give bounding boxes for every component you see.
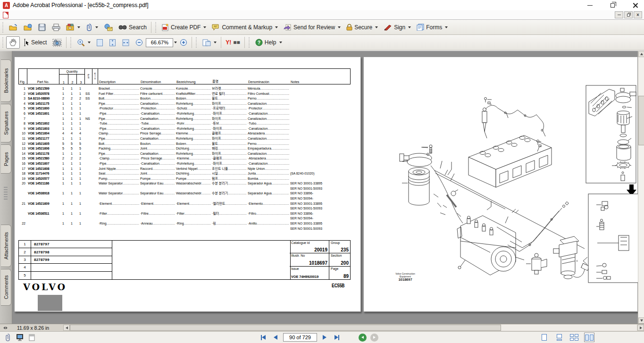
toolbar-grip[interactable] [155, 22, 157, 33]
select-tool-button[interactable]: Select [20, 37, 50, 48]
previous-page-button[interactable] [271, 333, 280, 342]
panel-splitter-handle[interactable] [4, 187, 8, 201]
print-button[interactable] [49, 22, 63, 33]
organizer-button[interactable] [63, 22, 83, 33]
attachments-paperclip-icon[interactable] [5, 333, 11, 342]
menu-item[interactable] [29, 14, 38, 16]
page-number-input[interactable] [283, 333, 317, 342]
doc-restore-button[interactable] [624, 11, 633, 18]
sign-label: Sign [394, 24, 405, 31]
toolbar-grip[interactable] [70, 37, 72, 48]
table-row: VOE 14538918 1 1 1 Water Separator Separ… [18, 191, 351, 201]
hand-tool-button[interactable] [6, 36, 20, 49]
help-button[interactable]: ? Help [252, 37, 285, 48]
acrobat-window: A Adobe Acrobat Professional - [ec55b-2_… [0, 0, 644, 343]
organizer-dropdown-arrow [77, 26, 80, 28]
create-pdf-button[interactable]: Create PDF [159, 22, 209, 33]
scroll-right-button[interactable] [637, 325, 644, 331]
single-page-view-button[interactable] [539, 333, 549, 342]
close-button[interactable] [630, 1, 640, 9]
catalogue-id-label: Catalogue id [291, 241, 309, 244]
tab-attachments[interactable]: Attachments [1, 225, 11, 267]
search-button[interactable]: Search [116, 22, 150, 33]
zoom-level-input[interactable] [146, 38, 173, 47]
menu-item[interactable] [55, 14, 63, 16]
tab-comments[interactable]: Comments [1, 269, 11, 306]
last-page-button[interactable] [332, 333, 342, 342]
horizontal-scrollbar[interactable] [70, 325, 637, 331]
first-page-button[interactable] [259, 333, 268, 342]
vertical-scroll-thumb[interactable] [638, 96, 644, 145]
toolbar-grip[interactable] [195, 37, 198, 48]
statusbar-splitter-icon[interactable] [2, 325, 8, 331]
screen-mode-icon[interactable] [16, 334, 24, 341]
page-value: 89 [343, 274, 349, 279]
send-review-button[interactable]: Send for Review [281, 22, 343, 33]
zoom-out-button[interactable] [133, 37, 146, 48]
email-button[interactable] [101, 22, 116, 33]
vertical-scrollbar[interactable] [638, 51, 644, 324]
select-tool-label: Select [31, 39, 47, 46]
minimize-button[interactable] [585, 1, 595, 9]
table-row: 5 VOE 14521600 1 1 1 ·Protector ·Protect… [18, 106, 351, 111]
save-button[interactable] [35, 22, 49, 33]
yahoo-search-button[interactable]: Y!■■ [223, 37, 243, 48]
continuous-view-button[interactable] [554, 333, 564, 342]
snapshot-tool-button[interactable] [50, 37, 65, 49]
actual-size-button[interactable] [93, 37, 106, 49]
continuous-facing-view-button[interactable] [569, 333, 579, 342]
pdf-document-icon[interactable] [3, 12, 8, 18]
table-row: 7 1 1 1 NS Pipe Canalisation Rohrleitung… [18, 117, 351, 122]
left-page: Fig. Part No. Quantity 1 2 3 P S K I T D… [14, 57, 361, 312]
menu-item[interactable] [63, 14, 72, 16]
catalogue-id-value: 20019 [314, 247, 327, 252]
table-row: 18 VOE 11714476 1 1 1 Seal Joint Dichtri… [18, 171, 351, 176]
page-layout-icon[interactable] [29, 334, 35, 341]
toolbar-grip[interactable] [248, 37, 251, 48]
zoom-tool-button[interactable] [74, 37, 93, 49]
scroll-left-button[interactable] [63, 325, 70, 331]
menu-item[interactable] [38, 14, 46, 16]
open-web-button[interactable] [21, 22, 35, 33]
menu-item[interactable] [21, 14, 29, 16]
toolbar-grip[interactable] [2, 22, 4, 33]
previous-view-button[interactable] [359, 334, 367, 342]
doc-close-button[interactable]: × [634, 11, 642, 18]
facing-view-button[interactable] [584, 333, 594, 342]
issue-value: VOE 74H9920019 [291, 275, 318, 279]
tab-bookmarks[interactable]: Bookmarks [1, 59, 11, 102]
page-label: Page [331, 267, 338, 270]
toolbar-grip[interactable] [2, 37, 4, 48]
restore-button[interactable] [607, 1, 618, 9]
menu-item[interactable] [80, 14, 89, 16]
sign-button[interactable]: Sign [381, 22, 414, 33]
tab-signatures[interactable]: Signatures [1, 104, 11, 142]
menu-item[interactable] [12, 14, 21, 16]
comment-markup-button[interactable]: Comment & Markup [209, 22, 281, 33]
zoom-in-button[interactable] [177, 37, 190, 48]
menu-item[interactable] [72, 14, 80, 16]
next-page-button[interactable] [320, 333, 329, 342]
tab-pages[interactable]: Pages [1, 144, 11, 174]
table-row: 12 VOE 14521605 5 5 5 Bolt Boulon Bolzen… [18, 142, 351, 147]
drawing-description [112, 241, 291, 279]
table-row: 6 VOE 14521601 1 1 1 ·Pipe ·Canalisation… [18, 111, 351, 117]
menu-item[interactable] [46, 14, 55, 16]
secure-button[interactable]: Secure [343, 22, 381, 33]
fit-width-button[interactable] [119, 37, 133, 49]
send-review-label: Send for Review [293, 24, 335, 31]
table-row: 22 1 1 1 ·Ring ·Anneau ·Ring ·링 ·Anillo … [18, 221, 351, 231]
document-pane: Fig. Part No. Quantity 1 2 3 P S K I T D… [12, 51, 638, 324]
horizontal-scroll-thumb[interactable] [70, 325, 501, 331]
doc-minimize-button[interactable] [615, 11, 623, 18]
next-view-button[interactable] [370, 334, 378, 342]
attach-button[interactable] [83, 22, 101, 33]
scroll-down-button[interactable] [638, 318, 644, 324]
forms-button[interactable]: Forms [414, 22, 451, 33]
status-bar: 11.69 x 8.26 in [0, 324, 644, 331]
page-display-button[interactable] [200, 37, 219, 49]
scroll-up-button[interactable] [638, 51, 644, 57]
fit-page-button[interactable] [106, 37, 119, 49]
open-button[interactable] [6, 22, 21, 33]
volvo-logo: VOLVO [23, 282, 67, 292]
